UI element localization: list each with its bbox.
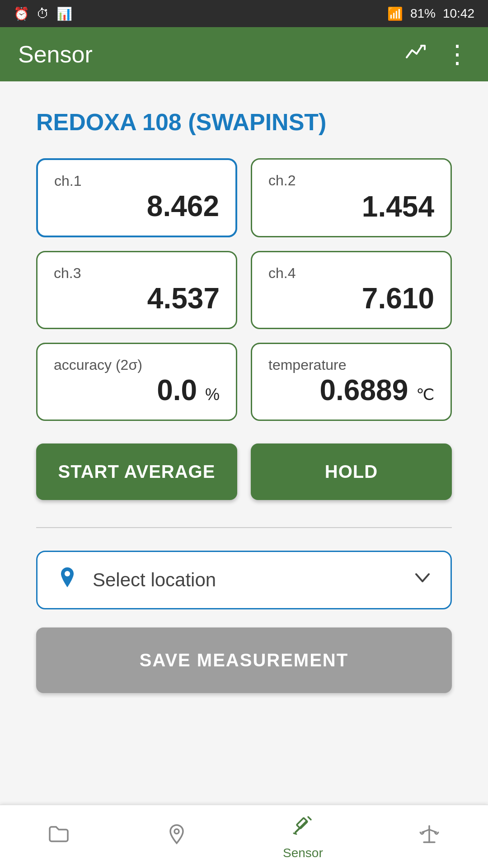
nav-item-files[interactable] [33, 818, 84, 856]
channel-1-card[interactable]: ch.1 8.462 [36, 158, 237, 237]
temperature-unit: ℃ [416, 385, 434, 404]
sensor-nav-label: Sensor [283, 846, 323, 860]
nav-item-sensor[interactable]: Sensor [269, 809, 337, 865]
extras-grid: accuracy (2σ) 0.0 % temperature 0.6889 ℃ [36, 343, 452, 421]
calibration-nav-icon [418, 822, 441, 851]
svg-line-5 [294, 833, 296, 834]
battery-level: 81% [410, 6, 436, 21]
signal-icon: 📶 [387, 6, 403, 21]
save-measurement-button[interactable]: SAVE MEASUREMENT [36, 627, 452, 693]
channel-3-label: ch.3 [54, 265, 220, 282]
more-menu-button[interactable]: ⋮ [445, 42, 470, 67]
temperature-label: temperature [268, 357, 434, 373]
chart-button[interactable] [405, 41, 427, 68]
nav-item-location[interactable] [151, 818, 202, 856]
chevron-down-icon [413, 568, 432, 593]
section-divider [36, 527, 452, 528]
svg-line-4 [308, 817, 311, 820]
app-title: Sensor [18, 41, 93, 68]
svg-line-9 [429, 830, 436, 832]
accuracy-card: accuracy (2σ) 0.0 % [36, 343, 237, 421]
channel-1-value: 8.462 [54, 189, 219, 223]
channel-2-card[interactable]: ch.2 1.454 [251, 158, 452, 237]
app-bar: Sensor ⋮ [0, 27, 488, 81]
folder-icon [47, 822, 70, 851]
svg-point-0 [65, 571, 70, 576]
sensor-nav-icon [291, 813, 314, 842]
channel-2-label: ch.2 [268, 172, 434, 189]
bottom-nav: Sensor [0, 805, 488, 868]
action-buttons: START AVERAGE HOLD [36, 443, 452, 500]
app-bar-actions: ⋮ [405, 41, 470, 68]
temperature-card: temperature 0.6889 ℃ [251, 343, 452, 421]
temperature-value: 0.6889 ℃ [268, 373, 434, 407]
svg-line-8 [422, 830, 429, 832]
channel-3-card[interactable]: ch.3 4.537 [36, 251, 237, 329]
svg-line-2 [296, 821, 306, 832]
hold-button[interactable]: HOLD [251, 443, 452, 500]
accuracy-label: accuracy (2σ) [54, 357, 220, 373]
location-placeholder: Select location [93, 569, 399, 591]
accuracy-unit: % [205, 385, 220, 404]
main-content: REDOXA 108 (SWAPINST) ch.1 8.462 ch.2 1.… [0, 81, 488, 805]
channel-3-value: 4.537 [54, 282, 220, 315]
location-nav-icon [165, 822, 188, 851]
location-pin-icon [56, 566, 79, 594]
timer-icon: ⏱ [37, 6, 49, 21]
svg-rect-3 [297, 818, 308, 829]
channel-4-label: ch.4 [268, 265, 434, 282]
channel-4-card[interactable]: ch.4 7.610 [251, 251, 452, 329]
accuracy-value: 0.0 % [54, 373, 220, 407]
channel-4-value: 7.610 [268, 282, 434, 315]
clock: 10:42 [443, 6, 474, 21]
nav-item-calibration[interactable] [404, 818, 455, 856]
status-bar-left: ⏰ ⏱ 📊 [14, 6, 72, 21]
channel-2-value: 1.454 [268, 190, 434, 223]
activity-icon: 📊 [56, 6, 72, 21]
channel-1-label: ch.1 [54, 173, 219, 189]
alarm-icon: ⏰ [14, 6, 29, 21]
location-selector[interactable]: Select location [36, 551, 452, 609]
channel-grid: ch.1 8.462 ch.2 1.454 ch.3 4.537 ch.4 7.… [36, 158, 452, 329]
status-bar-right: 📶 81% 10:42 [387, 6, 474, 21]
device-title: REDOXA 108 (SWAPINST) [36, 108, 452, 136]
svg-point-1 [174, 829, 179, 834]
status-bar: ⏰ ⏱ 📊 📶 81% 10:42 [0, 0, 488, 27]
start-average-button[interactable]: START AVERAGE [36, 443, 237, 500]
